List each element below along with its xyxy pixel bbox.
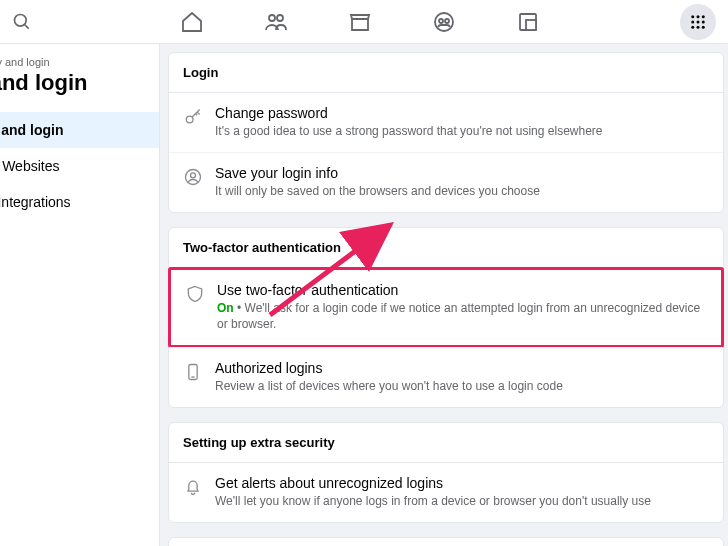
sidebar-item-security-login[interactable]: urity and login <box>0 112 159 148</box>
svg-point-18 <box>186 116 193 123</box>
section-extra-security: Setting up extra security Get alerts abo… <box>168 422 724 523</box>
row-use-two-factor[interactable]: Use two-factor authentication On • We'll… <box>168 267 724 349</box>
svg-point-15 <box>691 25 694 28</box>
main-content: Login Change password It's a good idea t… <box>160 44 728 546</box>
section-header: Two-factor authentication <box>169 228 723 268</box>
svg-point-4 <box>435 13 453 31</box>
row-desc: It will only be saved on the browsers an… <box>215 183 709 200</box>
svg-point-16 <box>697 25 700 28</box>
row-login-alerts[interactable]: Get alerts about unrecognized logins We'… <box>169 463 723 522</box>
groups-icon[interactable] <box>432 10 456 34</box>
row-desc: We'll let you know if anyone logs in fro… <box>215 493 709 510</box>
sidebar-item-business-integrations[interactable]: ness Integrations <box>0 184 159 220</box>
friends-icon[interactable] <box>264 10 288 34</box>
gaming-icon[interactable] <box>516 10 540 34</box>
svg-point-2 <box>269 15 275 21</box>
breadcrumb: security and login <box>0 56 159 70</box>
section-header: Advanced <box>169 538 723 546</box>
section-two-factor: Two-factor authentication Use two-factor… <box>168 227 724 408</box>
svg-point-9 <box>691 15 694 18</box>
row-change-password[interactable]: Change password It's a good idea to use … <box>169 93 723 152</box>
row-title: Use two-factor authentication <box>217 282 707 298</box>
row-authorized-logins[interactable]: Authorized logins Review a list of devic… <box>169 347 723 407</box>
svg-point-6 <box>445 19 449 23</box>
svg-point-13 <box>697 20 700 23</box>
marketplace-icon[interactable] <box>348 10 372 34</box>
row-title: Change password <box>215 105 709 121</box>
page-title: ty and login <box>0 70 159 112</box>
status-on: On <box>217 301 234 315</box>
svg-point-10 <box>697 15 700 18</box>
row-title: Get alerts about unrecognized logins <box>215 475 709 491</box>
shield-icon <box>185 284 205 304</box>
svg-rect-8 <box>526 20 536 30</box>
section-advanced: Advanced Encrypted notification emails A… <box>168 537 724 546</box>
phone-icon <box>183 362 203 382</box>
home-icon[interactable] <box>180 10 204 34</box>
search-icon[interactable] <box>12 12 32 32</box>
row-desc: On • We'll ask for a login code if we no… <box>217 300 707 334</box>
svg-point-17 <box>702 25 705 28</box>
section-header: Login <box>169 53 723 93</box>
row-title: Save your login info <box>215 165 709 181</box>
row-desc: Review a list of devices where you won't… <box>215 378 709 395</box>
settings-sidebar: security and login ty and login urity an… <box>0 44 160 546</box>
svg-point-3 <box>277 15 283 21</box>
svg-point-12 <box>691 20 694 23</box>
svg-point-14 <box>702 20 705 23</box>
menu-grid-button[interactable] <box>680 4 716 40</box>
sidebar-item-apps-websites[interactable]: s and Websites <box>0 148 159 184</box>
svg-point-0 <box>15 14 27 26</box>
section-header: Setting up extra security <box>169 423 723 463</box>
row-save-login-info[interactable]: Save your login info It will only be sav… <box>169 152 723 212</box>
section-login: Login Change password It's a good idea t… <box>168 52 724 213</box>
top-nav <box>0 0 728 44</box>
user-circle-icon <box>183 167 203 187</box>
row-desc: It's a good idea to use a strong passwor… <box>215 123 709 140</box>
svg-point-11 <box>702 15 705 18</box>
svg-point-20 <box>191 173 196 178</box>
row-title: Authorized logins <box>215 360 709 376</box>
svg-line-1 <box>25 24 29 28</box>
svg-point-5 <box>439 19 443 23</box>
key-icon <box>183 107 203 127</box>
bell-icon <box>183 477 203 497</box>
